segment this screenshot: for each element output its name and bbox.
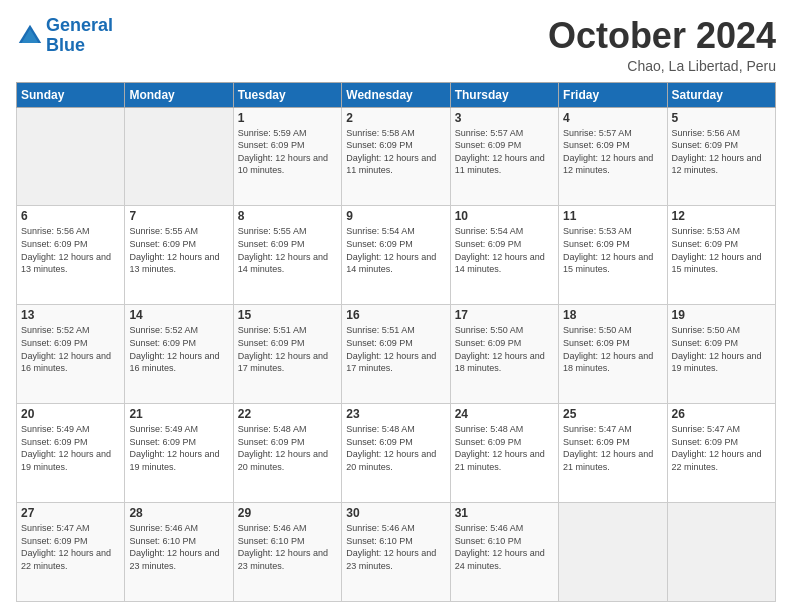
day-info-9: Sunrise: 5:54 AMSunset: 6:09 PMDaylight:… [346, 225, 445, 275]
day-info-12: Sunrise: 5:53 AMSunset: 6:09 PMDaylight:… [672, 225, 771, 275]
cell-4-1: 28Sunrise: 5:46 AMSunset: 6:10 PMDayligh… [125, 503, 233, 602]
cell-1-3: 9Sunrise: 5:54 AMSunset: 6:09 PMDaylight… [342, 206, 450, 305]
cell-0-1 [125, 107, 233, 206]
day-number-7: 7 [129, 209, 228, 223]
day-number-28: 28 [129, 506, 228, 520]
cell-4-2: 29Sunrise: 5:46 AMSunset: 6:10 PMDayligh… [233, 503, 341, 602]
col-tuesday: Tuesday [233, 82, 341, 107]
day-number-25: 25 [563, 407, 662, 421]
day-info-7: Sunrise: 5:55 AMSunset: 6:09 PMDaylight:… [129, 225, 228, 275]
page: General Blue October 2024 Chao, La Liber… [0, 0, 792, 612]
col-monday: Monday [125, 82, 233, 107]
day-info-26: Sunrise: 5:47 AMSunset: 6:09 PMDaylight:… [672, 423, 771, 473]
week-row-2: 13Sunrise: 5:52 AMSunset: 6:09 PMDayligh… [17, 305, 776, 404]
cell-0-0 [17, 107, 125, 206]
cell-1-5: 11Sunrise: 5:53 AMSunset: 6:09 PMDayligh… [559, 206, 667, 305]
day-number-26: 26 [672, 407, 771, 421]
col-thursday: Thursday [450, 82, 558, 107]
cell-3-4: 24Sunrise: 5:48 AMSunset: 6:09 PMDayligh… [450, 404, 558, 503]
cell-4-0: 27Sunrise: 5:47 AMSunset: 6:09 PMDayligh… [17, 503, 125, 602]
cell-1-4: 10Sunrise: 5:54 AMSunset: 6:09 PMDayligh… [450, 206, 558, 305]
title-block: October 2024 Chao, La Libertad, Peru [548, 16, 776, 74]
cell-1-0: 6Sunrise: 5:56 AMSunset: 6:09 PMDaylight… [17, 206, 125, 305]
day-info-17: Sunrise: 5:50 AMSunset: 6:09 PMDaylight:… [455, 324, 554, 374]
day-number-6: 6 [21, 209, 120, 223]
day-number-16: 16 [346, 308, 445, 322]
cell-2-2: 15Sunrise: 5:51 AMSunset: 6:09 PMDayligh… [233, 305, 341, 404]
cell-4-5 [559, 503, 667, 602]
cell-3-0: 20Sunrise: 5:49 AMSunset: 6:09 PMDayligh… [17, 404, 125, 503]
day-info-3: Sunrise: 5:57 AMSunset: 6:09 PMDaylight:… [455, 127, 554, 177]
week-row-0: 1Sunrise: 5:59 AMSunset: 6:09 PMDaylight… [17, 107, 776, 206]
day-info-1: Sunrise: 5:59 AMSunset: 6:09 PMDaylight:… [238, 127, 337, 177]
day-info-19: Sunrise: 5:50 AMSunset: 6:09 PMDaylight:… [672, 324, 771, 374]
cell-2-5: 18Sunrise: 5:50 AMSunset: 6:09 PMDayligh… [559, 305, 667, 404]
month-title: October 2024 [548, 16, 776, 56]
day-number-19: 19 [672, 308, 771, 322]
day-info-24: Sunrise: 5:48 AMSunset: 6:09 PMDaylight:… [455, 423, 554, 473]
day-info-27: Sunrise: 5:47 AMSunset: 6:09 PMDaylight:… [21, 522, 120, 572]
day-info-31: Sunrise: 5:46 AMSunset: 6:10 PMDaylight:… [455, 522, 554, 572]
cell-4-4: 31Sunrise: 5:46 AMSunset: 6:10 PMDayligh… [450, 503, 558, 602]
header: General Blue October 2024 Chao, La Liber… [16, 16, 776, 74]
day-info-28: Sunrise: 5:46 AMSunset: 6:10 PMDaylight:… [129, 522, 228, 572]
day-info-14: Sunrise: 5:52 AMSunset: 6:09 PMDaylight:… [129, 324, 228, 374]
day-info-8: Sunrise: 5:55 AMSunset: 6:09 PMDaylight:… [238, 225, 337, 275]
day-info-18: Sunrise: 5:50 AMSunset: 6:09 PMDaylight:… [563, 324, 662, 374]
day-number-11: 11 [563, 209, 662, 223]
day-number-30: 30 [346, 506, 445, 520]
day-info-4: Sunrise: 5:57 AMSunset: 6:09 PMDaylight:… [563, 127, 662, 177]
day-info-22: Sunrise: 5:48 AMSunset: 6:09 PMDaylight:… [238, 423, 337, 473]
day-number-29: 29 [238, 506, 337, 520]
cell-2-0: 13Sunrise: 5:52 AMSunset: 6:09 PMDayligh… [17, 305, 125, 404]
cell-3-1: 21Sunrise: 5:49 AMSunset: 6:09 PMDayligh… [125, 404, 233, 503]
cell-0-3: 2Sunrise: 5:58 AMSunset: 6:09 PMDaylight… [342, 107, 450, 206]
cell-2-1: 14Sunrise: 5:52 AMSunset: 6:09 PMDayligh… [125, 305, 233, 404]
day-number-4: 4 [563, 111, 662, 125]
day-number-18: 18 [563, 308, 662, 322]
day-info-5: Sunrise: 5:56 AMSunset: 6:09 PMDaylight:… [672, 127, 771, 177]
day-info-13: Sunrise: 5:52 AMSunset: 6:09 PMDaylight:… [21, 324, 120, 374]
day-number-3: 3 [455, 111, 554, 125]
cell-0-6: 5Sunrise: 5:56 AMSunset: 6:09 PMDaylight… [667, 107, 775, 206]
day-info-16: Sunrise: 5:51 AMSunset: 6:09 PMDaylight:… [346, 324, 445, 374]
day-info-15: Sunrise: 5:51 AMSunset: 6:09 PMDaylight:… [238, 324, 337, 374]
col-saturday: Saturday [667, 82, 775, 107]
cell-3-2: 22Sunrise: 5:48 AMSunset: 6:09 PMDayligh… [233, 404, 341, 503]
logo-text2: Blue [46, 36, 113, 56]
cell-1-6: 12Sunrise: 5:53 AMSunset: 6:09 PMDayligh… [667, 206, 775, 305]
cell-2-4: 17Sunrise: 5:50 AMSunset: 6:09 PMDayligh… [450, 305, 558, 404]
day-number-1: 1 [238, 111, 337, 125]
cell-0-5: 4Sunrise: 5:57 AMSunset: 6:09 PMDaylight… [559, 107, 667, 206]
cell-1-2: 8Sunrise: 5:55 AMSunset: 6:09 PMDaylight… [233, 206, 341, 305]
day-info-25: Sunrise: 5:47 AMSunset: 6:09 PMDaylight:… [563, 423, 662, 473]
week-row-4: 27Sunrise: 5:47 AMSunset: 6:09 PMDayligh… [17, 503, 776, 602]
day-number-21: 21 [129, 407, 228, 421]
day-info-29: Sunrise: 5:46 AMSunset: 6:10 PMDaylight:… [238, 522, 337, 572]
day-number-24: 24 [455, 407, 554, 421]
day-number-17: 17 [455, 308, 554, 322]
day-info-6: Sunrise: 5:56 AMSunset: 6:09 PMDaylight:… [21, 225, 120, 275]
day-number-22: 22 [238, 407, 337, 421]
cell-4-6 [667, 503, 775, 602]
logo-text: General [46, 16, 113, 36]
cell-0-4: 3Sunrise: 5:57 AMSunset: 6:09 PMDaylight… [450, 107, 558, 206]
calendar-table: Sunday Monday Tuesday Wednesday Thursday… [16, 82, 776, 602]
day-number-23: 23 [346, 407, 445, 421]
col-sunday: Sunday [17, 82, 125, 107]
cell-1-1: 7Sunrise: 5:55 AMSunset: 6:09 PMDaylight… [125, 206, 233, 305]
cell-2-3: 16Sunrise: 5:51 AMSunset: 6:09 PMDayligh… [342, 305, 450, 404]
day-number-2: 2 [346, 111, 445, 125]
weekday-header-row: Sunday Monday Tuesday Wednesday Thursday… [17, 82, 776, 107]
day-number-27: 27 [21, 506, 120, 520]
cell-3-5: 25Sunrise: 5:47 AMSunset: 6:09 PMDayligh… [559, 404, 667, 503]
day-number-9: 9 [346, 209, 445, 223]
logo-icon [16, 22, 44, 50]
col-wednesday: Wednesday [342, 82, 450, 107]
cell-3-6: 26Sunrise: 5:47 AMSunset: 6:09 PMDayligh… [667, 404, 775, 503]
col-friday: Friday [559, 82, 667, 107]
location-title: Chao, La Libertad, Peru [548, 58, 776, 74]
day-info-11: Sunrise: 5:53 AMSunset: 6:09 PMDaylight:… [563, 225, 662, 275]
cell-0-2: 1Sunrise: 5:59 AMSunset: 6:09 PMDaylight… [233, 107, 341, 206]
week-row-1: 6Sunrise: 5:56 AMSunset: 6:09 PMDaylight… [17, 206, 776, 305]
